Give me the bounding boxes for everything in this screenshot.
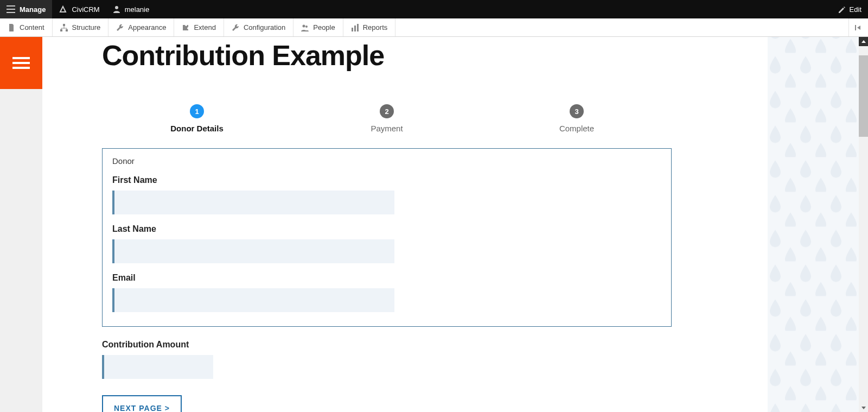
field-label: Email xyxy=(112,273,661,283)
admin-menu: Content Structure Appearance Extend Conf… xyxy=(0,18,868,37)
admin-configuration[interactable]: Configuration xyxy=(224,18,293,36)
svg-rect-11 xyxy=(357,24,359,31)
donor-fieldset: Donor First Name Last Name Email xyxy=(102,148,672,327)
step-complete[interactable]: 3 Complete xyxy=(482,104,672,133)
decorative-pattern xyxy=(768,37,859,412)
admin-appearance[interactable]: Appearance xyxy=(108,18,174,36)
puzzle-icon xyxy=(182,24,189,31)
svg-rect-5 xyxy=(60,29,62,31)
field-label: Contribution Amount xyxy=(102,340,672,350)
step-payment[interactable]: 2 Payment xyxy=(292,104,482,133)
admin-item-label: People xyxy=(313,23,335,31)
admin-content[interactable]: Content xyxy=(0,18,53,36)
hamburger-icon xyxy=(7,5,15,13)
admin-people[interactable]: People xyxy=(293,18,343,36)
svg-rect-6 xyxy=(66,29,68,31)
step-label: Donor Details xyxy=(102,124,292,133)
first-name-input[interactable] xyxy=(112,191,394,214)
collapse-icon xyxy=(855,24,863,31)
step-number: 3 xyxy=(570,104,584,118)
left-rail xyxy=(0,37,42,412)
admin-collapse[interactable] xyxy=(848,18,868,36)
svg-point-3 xyxy=(115,6,118,9)
toolbar-manage[interactable]: Manage xyxy=(0,0,52,18)
toolbar-edit[interactable]: Edit xyxy=(831,0,868,18)
toolbar-civicrm-label: CiviCRM xyxy=(72,5,99,14)
svg-rect-12 xyxy=(855,25,856,30)
last-name-input[interactable] xyxy=(112,239,394,263)
field-contribution-amount: Contribution Amount xyxy=(102,340,672,379)
wizard-stepper: 1 Donor Details 2 Payment 3 Complete xyxy=(102,104,672,133)
toolbar-civicrm[interactable]: CiviCRM xyxy=(52,0,106,18)
step-label: Payment xyxy=(292,124,482,133)
civicrm-icon xyxy=(59,5,67,14)
svg-rect-4 xyxy=(63,24,65,26)
amount-input[interactable] xyxy=(102,355,213,379)
field-last-name: Last Name xyxy=(112,224,661,263)
drupal-toolbar: Manage CiviCRM melanie Edit xyxy=(0,0,868,18)
field-label: Last Name xyxy=(112,224,661,234)
admin-extend[interactable]: Extend xyxy=(174,18,224,36)
svg-rect-13 xyxy=(768,37,859,412)
chart-icon xyxy=(351,24,359,31)
scrollbar[interactable] xyxy=(859,37,868,412)
next-page-button[interactable]: NEXT PAGE > xyxy=(102,395,182,412)
wrench-icon xyxy=(116,24,124,31)
chevron-up-icon xyxy=(861,39,866,45)
svg-point-8 xyxy=(305,26,308,28)
svg-rect-10 xyxy=(354,26,356,31)
admin-item-label: Configuration xyxy=(244,23,285,31)
hamburger-icon xyxy=(12,54,30,72)
field-email: Email xyxy=(112,273,661,312)
scroll-down-button[interactable] xyxy=(859,403,868,412)
main-content: Contribution Example 1 Donor Details 2 P… xyxy=(42,37,768,412)
svg-rect-9 xyxy=(352,28,353,31)
admin-item-label: Appearance xyxy=(128,23,166,31)
toolbar-user[interactable]: melanie xyxy=(106,0,156,18)
step-label: Complete xyxy=(482,124,672,133)
admin-item-label: Structure xyxy=(72,23,101,31)
scroll-thumb[interactable] xyxy=(859,55,868,137)
user-icon xyxy=(113,5,120,13)
gear-wrench-icon xyxy=(232,24,239,31)
pencil-icon xyxy=(838,5,845,13)
toolbar-user-label: melanie xyxy=(125,5,150,14)
email-input[interactable] xyxy=(112,288,394,312)
toolbar-manage-label: Manage xyxy=(20,5,46,14)
admin-item-label: Reports xyxy=(363,23,388,31)
chevron-down-icon xyxy=(861,405,866,410)
people-icon xyxy=(301,24,309,31)
scroll-up-button[interactable] xyxy=(859,37,868,46)
admin-reports[interactable]: Reports xyxy=(343,18,396,36)
svg-rect-2 xyxy=(7,12,15,13)
admin-item-label: Extend xyxy=(194,23,215,31)
step-donor-details[interactable]: 1 Donor Details xyxy=(102,104,292,133)
svg-rect-0 xyxy=(7,5,15,7)
structure-icon xyxy=(60,24,68,31)
admin-item-label: Content xyxy=(20,23,44,31)
admin-structure[interactable]: Structure xyxy=(53,18,109,36)
svg-rect-1 xyxy=(7,9,15,10)
step-number: 1 xyxy=(190,104,204,118)
field-first-name: First Name xyxy=(112,175,661,214)
page-title: Contribution Example xyxy=(102,39,768,72)
field-label: First Name xyxy=(112,175,661,185)
svg-point-7 xyxy=(303,24,305,27)
toolbar-edit-label: Edit xyxy=(850,5,861,14)
step-number: 2 xyxy=(380,104,394,118)
sidebar-toggle[interactable] xyxy=(0,37,42,89)
fieldset-legend: Donor xyxy=(112,156,661,166)
doc-icon xyxy=(8,24,15,31)
